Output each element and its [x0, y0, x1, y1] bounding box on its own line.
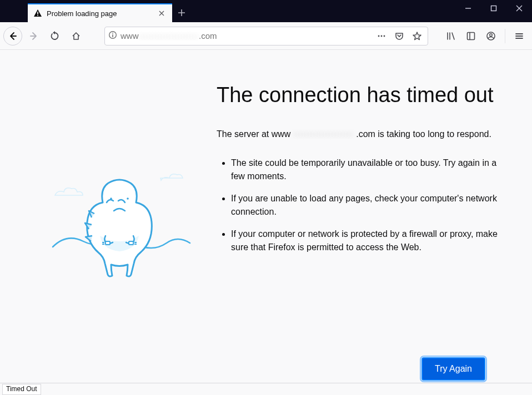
reload-button[interactable]: [46, 27, 64, 45]
try-again-button[interactable]: Try Again: [421, 357, 485, 381]
error-server-line: The server at www ···················· .…: [217, 128, 499, 141]
svg-rect-0: [37, 12, 38, 14]
list-item: The site could be temporarily unavailabl…: [231, 156, 499, 183]
window-minimize-button[interactable]: [455, 0, 481, 17]
url-obscured: ·····················: [139, 31, 199, 40]
back-button[interactable]: [3, 27, 22, 45]
error-server-prefix: The server at www: [217, 129, 290, 139]
window-controls: [455, 0, 532, 17]
new-tab-button[interactable]: [172, 3, 191, 22]
svg-point-7: [381, 35, 383, 37]
window-maximize-button[interactable]: [481, 0, 506, 17]
svg-rect-2: [491, 6, 496, 11]
app-menu-icon[interactable]: [510, 27, 529, 45]
url-host-suffix: .com: [199, 31, 217, 40]
svg-rect-9: [468, 32, 475, 39]
list-item: If your computer or network is protected…: [231, 227, 499, 254]
tab-title: Problem loading page: [47, 9, 152, 18]
warning-icon: [33, 9, 42, 18]
sidebar-icon[interactable]: [461, 27, 480, 45]
browser-tab-active[interactable]: Problem loading page: [28, 3, 172, 22]
svg-rect-15: [106, 241, 110, 245]
tab-close-button[interactable]: [157, 8, 167, 18]
navigation-toolbar: www·····················.com: [0, 22, 532, 50]
svg-point-6: [378, 35, 380, 37]
svg-point-12: [490, 33, 493, 36]
bookmark-star-icon[interactable]: [410, 29, 424, 43]
forward-button[interactable]: [24, 27, 43, 45]
svg-rect-1: [37, 15, 38, 16]
svg-rect-18: [129, 241, 133, 245]
toolbar-separator: [505, 29, 505, 43]
error-server-obscured: ····················: [293, 129, 354, 139]
address-bar[interactable]: www·····················.com: [104, 27, 428, 45]
page-actions-icon[interactable]: [374, 29, 389, 43]
status-bar: Timed Out: [0, 383, 532, 395]
pocket-icon[interactable]: [392, 29, 406, 43]
tab-strip: Problem loading page: [0, 0, 191, 22]
window-titlebar: Problem loading page: [0, 0, 532, 22]
site-info-icon[interactable]: [108, 31, 117, 42]
error-server-suffix: .com is taking too long to respond.: [356, 129, 491, 139]
url-host-prefix: www: [121, 31, 139, 40]
svg-rect-5: [112, 33, 113, 34]
page-content: The connection has timed out The server …: [0, 50, 532, 383]
address-bar-text: www·····················.com: [121, 31, 371, 40]
home-button[interactable]: [67, 27, 86, 45]
status-label: Timed Out: [2, 384, 41, 395]
address-bar-actions: [374, 29, 424, 43]
window-close-button[interactable]: [506, 0, 532, 17]
toolbar-right: [435, 27, 529, 45]
library-icon[interactable]: [441, 27, 460, 45]
account-icon[interactable]: [481, 27, 500, 45]
svg-rect-4: [112, 34, 113, 37]
error-heading: The connection has timed out: [217, 83, 499, 108]
svg-point-8: [384, 35, 385, 37]
list-item: If you are unable to load any pages, che…: [231, 192, 499, 219]
svg-point-13: [110, 198, 112, 200]
error-suggestion-list: The site could be temporarily unavailabl…: [217, 156, 499, 254]
svg-point-14: [127, 198, 129, 200]
error-graphic: [50, 83, 211, 285]
